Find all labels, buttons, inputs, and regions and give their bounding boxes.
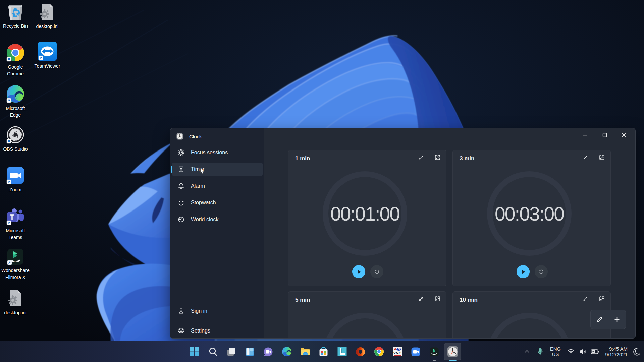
svg-text:w: w (14, 259, 17, 262)
svg-text:VNC: VNC (393, 351, 401, 355)
svg-text:PI: PI (398, 348, 400, 350)
svg-text:36: 36 (394, 348, 397, 350)
